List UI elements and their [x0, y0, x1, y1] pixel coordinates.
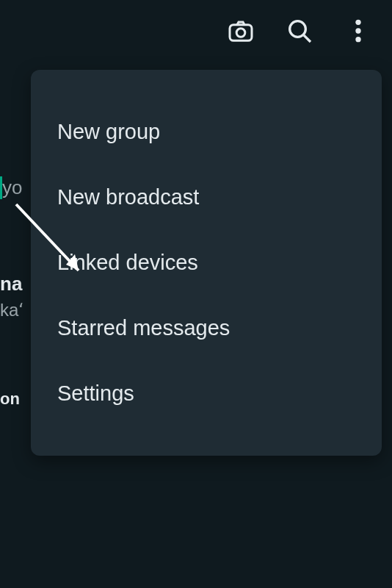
svg-line-3: [304, 35, 311, 42]
svg-point-5: [355, 28, 360, 33]
svg-point-1: [236, 29, 245, 37]
menu-item-label: New group: [57, 120, 160, 143]
camera-icon[interactable]: [225, 15, 257, 47]
more-vert-icon[interactable]: [342, 15, 374, 47]
bg-fragment: yo: [2, 176, 22, 198]
menu-item-label: New broadcast: [57, 185, 199, 209]
menu-item-new-group[interactable]: New group: [31, 99, 382, 165]
menu-item-new-broadcast[interactable]: New broadcast: [31, 165, 382, 230]
search-icon[interactable]: [283, 15, 316, 47]
svg-point-4: [355, 20, 360, 25]
overflow-menu: New group New broadcast Linked devices S…: [31, 70, 382, 456]
menu-item-settings[interactable]: Settings: [31, 361, 382, 426]
svg-rect-0: [230, 25, 252, 41]
toolbar: [0, 0, 392, 62]
bg-fragment: on: [0, 390, 20, 408]
menu-item-linked-devices[interactable]: Linked devices: [31, 230, 382, 295]
menu-item-label: Linked devices: [57, 251, 198, 274]
menu-item-label: Starred messages: [57, 316, 230, 340]
background-chat-list: yo na kaʻ on: [0, 147, 24, 453]
svg-point-6: [355, 37, 360, 42]
menu-item-label: Settings: [57, 381, 134, 405]
bg-fragment: kaʻ: [0, 300, 24, 320]
bg-fragment: na: [0, 273, 24, 295]
menu-item-starred-messages[interactable]: Starred messages: [31, 295, 382, 361]
svg-point-2: [290, 21, 306, 37]
